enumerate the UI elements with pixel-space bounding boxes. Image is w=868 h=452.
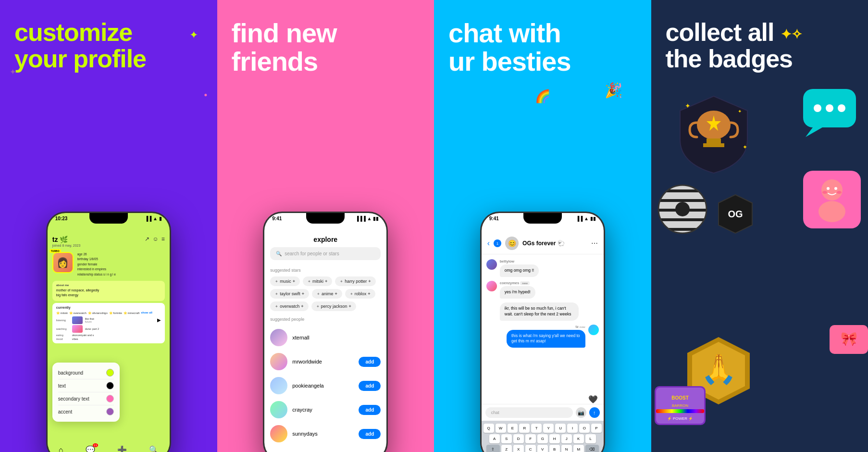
color-row-text[interactable]: text <box>58 379 114 392</box>
phone-keyboard[interactable]: Q W E R T Y U I O P A S D <box>482 421 604 452</box>
tag-roblox[interactable]: ✦ roblox + <box>345 289 375 299</box>
key-k[interactable]: K <box>573 434 584 443</box>
headline-line1: collect all <box>666 18 774 46</box>
person-avatar-sunnydays <box>270 425 287 442</box>
add-nav-icon[interactable]: ➕ <box>117 445 127 452</box>
keyboard-row-2: A S D F G H J K L <box>484 434 602 443</box>
svg-rect-38 <box>656 409 704 413</box>
panel-4-headline: collect all ✦✧ the badges <box>651 19 868 72</box>
explore-search-bar[interactable]: 🔍 search for people or stars <box>270 247 381 260</box>
key-u[interactable]: U <box>555 424 566 433</box>
profile-username: tz 🌿 <box>52 236 81 243</box>
bubble-coenzymes-1: yes i'm hyped! <box>500 286 535 299</box>
tag-taylor-swift[interactable]: ✦ taylor swift + <box>270 289 309 299</box>
show-all-link[interactable]: show all <box>141 311 152 314</box>
key-shift[interactable]: ⇧ <box>486 445 500 452</box>
tag-overwatch[interactable]: ✦ overwatch + <box>270 301 308 311</box>
back-button[interactable]: ‹ <box>487 239 490 248</box>
svg-point-10 <box>826 104 833 112</box>
key-y[interactable]: Y <box>543 424 554 433</box>
star-decor-3: ● <box>204 91 207 98</box>
status-icons: ▐▐ ▲ ▮ <box>145 216 162 221</box>
add-button-mrworldwide[interactable]: add <box>359 357 381 367</box>
key-q[interactable]: Q <box>484 424 494 433</box>
tag-anime[interactable]: ✦ anime + <box>312 289 342 299</box>
phone-1: 10:23 ▐▐ ▲ ▮ tz 🌿 joined 8 may, 2023 ↗ ☺… <box>46 212 171 452</box>
chat-menu-icon[interactable]: ⋯ <box>591 239 598 247</box>
svg-point-27 <box>827 187 830 190</box>
rainbow-decor: 🌈 <box>535 89 550 104</box>
key-r[interactable]: R <box>519 424 530 433</box>
key-e[interactable]: E <box>508 424 518 433</box>
mood-activity: mood vibes <box>56 338 161 340</box>
chat-header: ‹ 1 😊 OGs forever 🐑 ⋯ <box>482 222 604 254</box>
key-d[interactable]: D <box>513 434 524 443</box>
color-dot-background[interactable] <box>106 369 114 377</box>
key-g[interactable]: G <box>537 434 548 443</box>
key-l[interactable]: L <box>585 434 596 443</box>
color-dot-accent[interactable] <box>106 408 114 415</box>
tag-mitski[interactable]: ✦ mitski + <box>303 276 332 286</box>
chat-input-bar: chat 📷 ↑ <box>482 404 604 421</box>
color-row-secondary[interactable]: secondary text <box>58 392 114 405</box>
key-backspace[interactable]: ⌫ <box>585 445 599 452</box>
add-button-craycray[interactable]: add <box>359 405 381 415</box>
send-icon[interactable]: ↑ <box>589 407 600 418</box>
share-icon[interactable]: ↗ <box>145 236 149 242</box>
key-x[interactable]: X <box>513 445 524 452</box>
tag-harry-potter[interactable]: ✦ harry potter + <box>335 276 375 286</box>
listening-thumb <box>72 316 83 324</box>
key-w[interactable]: W <box>496 424 506 433</box>
play-icon[interactable]: ▶ <box>157 317 161 323</box>
color-label-accent: accent <box>58 409 72 414</box>
tag-percy-jackson[interactable]: ✦ percy jackson + <box>311 301 356 311</box>
key-z[interactable]: Z <box>501 445 512 452</box>
listening-label: listening <box>56 319 70 322</box>
key-b[interactable]: B <box>549 445 560 452</box>
key-c[interactable]: C <box>525 445 536 452</box>
key-i[interactable]: I <box>567 424 578 433</box>
key-o[interactable]: O <box>579 424 590 433</box>
tag-music[interactable]: ✦ music + <box>270 276 300 286</box>
chat-input[interactable]: chat <box>485 407 573 418</box>
color-dot-text[interactable] <box>106 382 114 389</box>
chat-nav-icon[interactable]: 💬13 <box>86 445 95 452</box>
color-picker-overlay: background text secondary text accent <box>52 363 120 422</box>
key-m[interactable]: M <box>573 445 584 452</box>
key-v[interactable]: V <box>537 445 548 452</box>
search-nav-icon[interactable]: 🔍 <box>149 445 159 452</box>
bio-text-2: big fafo energy <box>56 293 161 298</box>
key-j[interactable]: J <box>561 434 572 443</box>
bottom-nav: ⌂ 💬13 ➕ 🔍 <box>48 441 170 452</box>
panel-1-headline: customize your profile <box>0 19 217 72</box>
key-p[interactable]: P <box>591 424 602 433</box>
avatar-bettylow <box>486 259 497 270</box>
key-s[interactable]: S <box>501 434 512 443</box>
key-t[interactable]: T <box>531 424 542 433</box>
person-name-xternall: xternall <box>292 335 381 340</box>
badges-area: ✦ ✦ ✦ <box>651 87 868 452</box>
color-row-accent[interactable]: accent <box>58 405 114 418</box>
key-a[interactable]: A <box>489 434 500 443</box>
headline-line2: ur besties <box>448 46 571 76</box>
mood-text: vibes <box>72 338 78 340</box>
key-f[interactable]: F <box>525 434 536 443</box>
svg-text:⚡ POWER ⚡: ⚡ POWER ⚡ <box>667 416 693 421</box>
headline-line1: chat with <box>448 18 561 48</box>
color-row-background[interactable]: background <box>58 366 114 379</box>
color-dot-secondary[interactable] <box>106 395 114 402</box>
svg-text:🎀: 🎀 <box>841 331 857 347</box>
smiley-icon[interactable]: ☺ <box>152 236 158 242</box>
bubble-bettylow: omg omg omg !! <box>500 264 539 277</box>
camera-icon[interactable]: 📷 <box>576 407 586 418</box>
key-h[interactable]: H <box>549 434 560 443</box>
add-button-pookieangela[interactable]: add <box>359 381 381 391</box>
menu-icon[interactable]: ≡ <box>161 236 165 242</box>
svg-point-9 <box>814 104 821 112</box>
key-n[interactable]: N <box>561 445 572 452</box>
add-button-sunnydays[interactable]: add <box>359 429 381 439</box>
currently-label: currently <box>56 306 161 309</box>
people-list: xternall mrworldwide add pookieangela ad… <box>264 324 386 448</box>
unread-count: 1 <box>494 239 501 247</box>
home-nav-icon[interactable]: ⌂ <box>59 446 63 452</box>
